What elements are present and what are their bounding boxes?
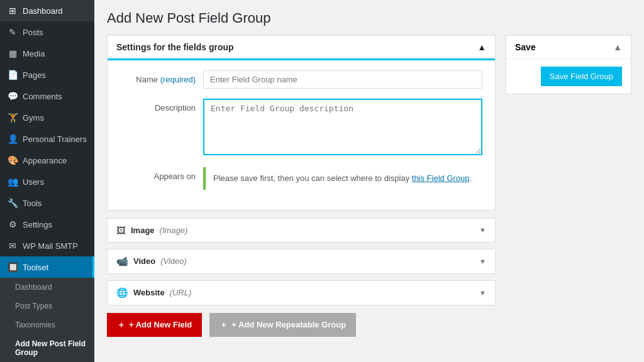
save-panel: Save ▲ Save Field Group xyxy=(506,35,631,94)
field-group-name-input[interactable] xyxy=(203,70,482,89)
bottom-buttons: ＋ + Add New Field ＋ + Add New Repeatable… xyxy=(107,313,496,337)
toolset-icon: 🔲 xyxy=(8,262,18,272)
save-panel-header[interactable]: Save ▲ xyxy=(506,36,631,59)
sidebar-sub-post-types[interactable]: Post Types xyxy=(0,297,94,315)
sidebar-item-dashboard[interactable]: ⊞ Dashboard xyxy=(0,0,94,21)
sidebar-item-appearance[interactable]: 🎨 Appearance xyxy=(0,150,94,171)
sidebar-sub-add-field-group[interactable]: Add New Post Field Group xyxy=(0,334,94,362)
appears-on-field-control: Please save first, then you can select w… xyxy=(203,167,482,190)
name-field-control xyxy=(203,70,482,89)
sidebar-item-gyms[interactable]: 🏋 Gyms xyxy=(0,107,94,128)
sidebar-item-posts[interactable]: ✎ Posts xyxy=(0,21,94,43)
page-title: Add New Post Field Group xyxy=(107,10,631,26)
video-field-row[interactable]: 📹 Video (Video) ▼ xyxy=(107,249,496,274)
add-field-icon: ＋ xyxy=(117,319,125,331)
sidebar-submenu: Dashboard Post Types Taxonomies Add New … xyxy=(0,278,94,362)
website-field-row[interactable]: 🌐 Website (URL) ▼ xyxy=(107,280,496,305)
comments-icon: 💬 xyxy=(8,91,18,101)
sidebar-item-pages[interactable]: 📄 Pages xyxy=(0,64,94,85)
chevron-up-icon: ▲ xyxy=(477,42,486,52)
content-right: Save ▲ Save Field Group xyxy=(506,35,631,337)
mail-icon: ✉ xyxy=(8,241,18,251)
image-icon: 🖼 xyxy=(116,225,126,236)
add-repeatable-icon: ＋ xyxy=(219,319,228,331)
sidebar-item-comments[interactable]: 💬 Comments xyxy=(0,85,94,107)
sidebar-item-wp-mail-smtp[interactable]: ✉ WP Mail SMTP xyxy=(0,235,94,256)
save-chevron-up-icon: ▲ xyxy=(613,42,622,52)
dashboard-icon: ⊞ xyxy=(8,6,18,16)
sidebar-item-users[interactable]: 👥 Users xyxy=(0,171,94,192)
media-icon: ▦ xyxy=(8,48,18,58)
add-new-field-button[interactable]: ＋ + Add New Field xyxy=(107,313,202,337)
save-field-group-button[interactable]: Save Field Group xyxy=(541,67,622,86)
video-icon: 📹 xyxy=(116,256,128,267)
sidebar-sub-taxonomies[interactable]: Taxonomies xyxy=(0,315,94,334)
gyms-icon: 🏋 xyxy=(8,112,18,123)
settings-icon: ⚙ xyxy=(8,219,18,229)
image-field-label: 🖼 Image (Image) xyxy=(116,225,187,236)
website-icon: 🌐 xyxy=(116,287,128,299)
sidebar-item-toolset[interactable]: 🔲 Toolset xyxy=(0,256,94,278)
description-field-row: Description xyxy=(120,99,482,157)
appears-on-message: Please save first, then you can select w… xyxy=(203,167,482,190)
name-label: Name (required) xyxy=(120,70,196,84)
settings-panel: Settings for the fields group ▲ Name (re… xyxy=(107,35,496,211)
pages-icon: 📄 xyxy=(8,70,18,80)
content-left: Settings for the fields group ▲ Name (re… xyxy=(107,35,496,337)
personal-trainers-icon: 👤 xyxy=(8,134,18,144)
sidebar-sub-dashboard[interactable]: Dashboard xyxy=(0,278,94,297)
image-field-row[interactable]: 🖼 Image (Image) ▼ xyxy=(107,218,496,243)
add-new-repeatable-group-button[interactable]: ＋ + Add New Repeatable Group xyxy=(209,313,356,337)
appearance-icon: 🎨 xyxy=(8,155,18,165)
chevron-down-icon: ▼ xyxy=(479,258,486,265)
chevron-down-icon: ▼ xyxy=(479,289,486,297)
chevron-down-icon: ▼ xyxy=(479,226,486,234)
content-area: Settings for the fields group ▲ Name (re… xyxy=(107,35,631,337)
description-label: Description xyxy=(120,99,196,112)
field-group-description-input[interactable] xyxy=(203,99,482,155)
appears-on-field-row: Appears on Please save first, then you c… xyxy=(120,167,482,190)
posts-icon: ✎ xyxy=(8,27,18,37)
website-field-label: 🌐 Website (URL) xyxy=(116,287,191,299)
video-field-label: 📹 Video (Video) xyxy=(116,256,187,267)
users-icon: 👥 xyxy=(8,177,18,187)
sidebar: ⊞ Dashboard ✎ Posts ▦ Media 📄 Pages 💬 Co… xyxy=(0,0,94,362)
name-field-row: Name (required) xyxy=(120,70,482,89)
sidebar-item-settings[interactable]: ⚙ Settings xyxy=(0,214,94,235)
field-group-link[interactable]: this Field Group xyxy=(412,173,470,183)
description-field-control xyxy=(203,99,482,157)
appears-on-label: Appears on xyxy=(120,167,196,181)
tools-icon: 🔧 xyxy=(8,198,18,208)
save-panel-body: Save Field Group xyxy=(506,59,631,94)
sidebar-item-personal-trainers[interactable]: 👤 Personal Trainers xyxy=(0,128,94,150)
settings-panel-body: Name (required) Description xyxy=(108,60,495,210)
sidebar-item-media[interactable]: ▦ Media xyxy=(0,43,94,64)
main-content: Add New Post Field Group Settings for th… xyxy=(94,0,644,362)
sidebar-item-tools[interactable]: 🔧 Tools xyxy=(0,192,94,214)
settings-panel-header[interactable]: Settings for the fields group ▲ xyxy=(108,36,495,60)
